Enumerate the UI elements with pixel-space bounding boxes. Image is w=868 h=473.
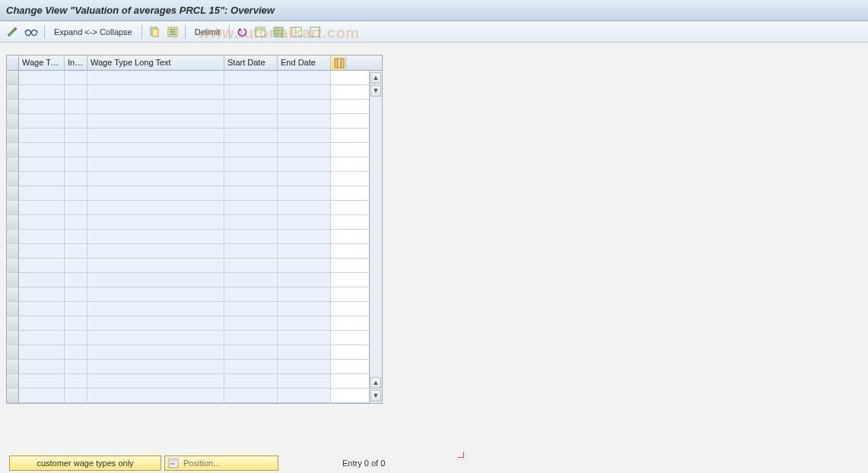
cell-end-date[interactable]	[278, 129, 331, 142]
scroll-page-up-button[interactable]: ▼	[370, 85, 381, 97]
copy-button[interactable]	[147, 24, 162, 40]
cell-inf[interactable]	[65, 201, 87, 214]
table-row[interactable]	[7, 172, 369, 186]
cell-long-text[interactable]	[87, 143, 224, 157]
cell-wage-type[interactable]	[19, 215, 65, 229]
cell-wage-type[interactable]	[19, 100, 65, 113]
cell-inf[interactable]	[65, 172, 87, 186]
row-selector[interactable]	[7, 244, 19, 258]
cell-inf[interactable]	[65, 273, 87, 287]
table-row[interactable]	[7, 259, 369, 273]
cell-start-date[interactable]	[224, 172, 278, 186]
cell-inf[interactable]	[65, 389, 87, 402]
cell-wage-type[interactable]	[19, 230, 65, 243]
select-all-rows-button[interactable]	[271, 24, 286, 40]
cell-inf[interactable]	[65, 85, 87, 99]
cell-wage-type[interactable]	[19, 172, 65, 186]
cell-start-date[interactable]	[224, 360, 278, 373]
cell-start-date[interactable]	[224, 331, 278, 344]
cell-start-date[interactable]	[224, 143, 278, 157]
cell-start-date[interactable]	[224, 129, 278, 142]
row-selector[interactable]	[7, 100, 19, 113]
scroll-up-button[interactable]: ▲	[370, 72, 381, 84]
cell-end-date[interactable]	[278, 157, 331, 171]
cell-end-date[interactable]	[278, 244, 331, 258]
cell-inf[interactable]	[65, 345, 87, 359]
row-selector[interactable]	[7, 360, 19, 373]
table-row[interactable]	[7, 215, 369, 230]
cell-long-text[interactable]	[87, 287, 224, 301]
row-selector[interactable]	[7, 172, 19, 186]
row-selector[interactable]	[7, 129, 19, 142]
cell-inf[interactable]	[65, 143, 87, 157]
row-selector[interactable]	[7, 71, 19, 84]
cell-end-date[interactable]	[278, 186, 331, 200]
table-row[interactable]	[7, 186, 369, 201]
cell-end-date[interactable]	[278, 374, 331, 388]
cell-inf[interactable]	[65, 287, 87, 301]
row-selector[interactable]	[7, 389, 19, 402]
cell-start-date[interactable]	[224, 157, 278, 171]
cell-start-date[interactable]	[224, 114, 278, 128]
cell-long-text[interactable]	[87, 71, 224, 84]
cell-wage-type[interactable]	[19, 345, 65, 359]
cell-wage-type[interactable]	[19, 259, 65, 272]
cell-inf[interactable]	[65, 100, 87, 113]
table-row[interactable]	[7, 143, 369, 157]
cell-wage-type[interactable]	[19, 244, 65, 258]
cell-start-date[interactable]	[224, 316, 278, 330]
cell-long-text[interactable]	[87, 215, 224, 229]
cell-end-date[interactable]	[278, 230, 331, 243]
cell-start-date[interactable]	[224, 85, 278, 99]
cell-long-text[interactable]	[87, 100, 224, 113]
row-selector[interactable]	[7, 230, 19, 243]
table-row[interactable]	[7, 374, 369, 389]
cell-long-text[interactable]	[87, 273, 224, 287]
cell-long-text[interactable]	[87, 201, 224, 214]
cell-end-date[interactable]	[278, 360, 331, 373]
cell-inf[interactable]	[65, 360, 87, 373]
expand-collapse-button[interactable]: Expand <-> Collapse	[49, 27, 137, 37]
cell-end-date[interactable]	[278, 114, 331, 128]
cell-start-date[interactable]	[224, 345, 278, 359]
table-row[interactable]	[7, 114, 369, 129]
table-row[interactable]	[7, 129, 369, 143]
cell-start-date[interactable]	[224, 100, 278, 113]
table-row[interactable]	[7, 331, 369, 345]
table-row[interactable]	[7, 157, 369, 172]
other-view-button[interactable]	[23, 24, 40, 40]
cell-wage-type[interactable]	[19, 302, 65, 316]
cell-start-date[interactable]	[224, 230, 278, 243]
column-header-wage-type[interactable]: Wage Ty...	[19, 56, 65, 70]
cell-long-text[interactable]	[87, 331, 224, 344]
cell-long-text[interactable]	[87, 374, 224, 388]
cell-end-date[interactable]	[278, 85, 331, 99]
cell-end-date[interactable]	[278, 215, 331, 229]
cell-inf[interactable]	[65, 259, 87, 272]
cell-wage-type[interactable]	[19, 85, 65, 99]
cell-end-date[interactable]	[278, 273, 331, 287]
table-row[interactable]	[7, 389, 369, 403]
row-selector[interactable]	[7, 259, 19, 272]
table-row[interactable]	[7, 230, 369, 244]
column-header-long-text[interactable]: Wage Type Long Text	[87, 56, 224, 70]
cell-wage-type[interactable]	[19, 273, 65, 287]
row-selector[interactable]	[7, 374, 19, 388]
cell-inf[interactable]	[65, 244, 87, 258]
position-button[interactable]: Position...	[164, 456, 278, 471]
row-selector[interactable]	[7, 186, 19, 200]
cell-inf[interactable]	[65, 374, 87, 388]
cell-wage-type[interactable]	[19, 143, 65, 157]
table-row[interactable]	[7, 273, 369, 287]
cell-wage-type[interactable]	[19, 71, 65, 84]
cell-wage-type[interactable]	[19, 331, 65, 344]
cell-start-date[interactable]	[224, 259, 278, 272]
cell-inf[interactable]	[65, 186, 87, 200]
cell-wage-type[interactable]	[19, 374, 65, 388]
cell-inf[interactable]	[65, 230, 87, 243]
select-all-button[interactable]	[165, 24, 180, 40]
cell-inf[interactable]	[65, 302, 87, 316]
cell-start-date[interactable]	[224, 287, 278, 301]
toggle-display-change-button[interactable]	[5, 24, 20, 40]
cell-long-text[interactable]	[87, 186, 224, 200]
